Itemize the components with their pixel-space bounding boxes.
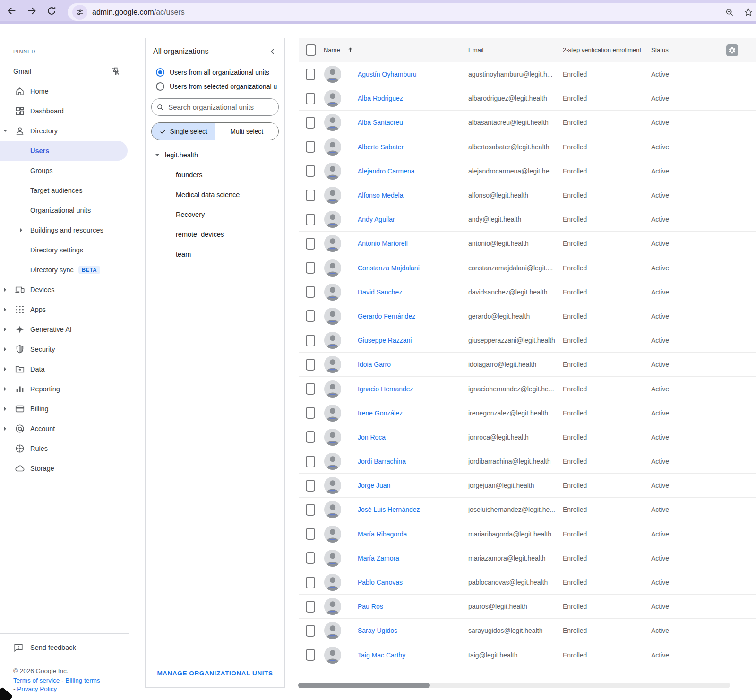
column-header-enrollment[interactable]: 2-step verification enrollment <box>563 46 651 53</box>
sidebar-item-account[interactable]: Account <box>0 419 129 439</box>
row-checkbox[interactable] <box>306 141 315 153</box>
user-name-link[interactable]: Pablo Canovas <box>355 579 403 586</box>
sidebar-item-dashboard[interactable]: Dashboard <box>0 101 129 121</box>
user-name-link[interactable]: Jorge Juan <box>355 482 390 489</box>
row-checkbox[interactable] <box>306 335 315 346</box>
sidebar-item-organizational-units[interactable]: Organizational units <box>0 200 129 220</box>
user-name-link[interactable]: Alba Santacreu <box>355 119 403 126</box>
url-bar[interactable]: admin.google.com/ac/users <box>68 3 756 21</box>
table-settings-button[interactable] <box>726 44 738 56</box>
user-name-link[interactable]: José Luis Hernández <box>355 506 420 513</box>
sidebar-item-home[interactable]: Home <box>0 81 129 101</box>
manage-org-units-button[interactable]: MANAGE ORGANIZATIONAL UNITS <box>157 670 273 677</box>
sidebar-item-gmail[interactable]: Gmail <box>0 61 129 81</box>
row-checkbox[interactable] <box>306 238 315 250</box>
column-header-email[interactable]: Email <box>468 46 563 53</box>
forward-button[interactable] <box>24 3 40 19</box>
row-checkbox[interactable] <box>306 310 315 322</box>
sidebar-item-buildings-and-resources[interactable]: Buildings and resources <box>0 220 129 240</box>
row-checkbox[interactable] <box>306 649 315 661</box>
bookmark-star-icon[interactable] <box>744 8 753 17</box>
sidebar-item-storage[interactable]: Storage <box>0 458 129 478</box>
row-checkbox[interactable] <box>306 383 315 395</box>
user-name-link[interactable]: María Zamora <box>355 554 399 562</box>
column-header-status[interactable]: Status <box>651 46 756 53</box>
radio-all-org-units[interactable]: Users from all organizational units <box>146 65 284 79</box>
row-checkbox[interactable] <box>306 528 315 540</box>
row-checkbox[interactable] <box>306 214 315 225</box>
org-search-box[interactable] <box>151 98 279 116</box>
org-tree-root[interactable]: legit.health <box>146 145 284 165</box>
zoom-level-icon[interactable] <box>725 8 734 17</box>
send-feedback-button[interactable]: Send feedback <box>13 642 129 653</box>
row-checkbox[interactable] <box>306 552 315 564</box>
org-tree-item[interactable]: Recovery <box>146 205 284 225</box>
billing-terms-link[interactable]: Billing terms <box>65 677 100 684</box>
user-name-link[interactable]: Pau Ros <box>355 603 383 610</box>
row-checkbox[interactable] <box>306 504 315 516</box>
single-select-segment[interactable]: Single select <box>151 122 215 140</box>
sidebar-item-data[interactable]: Data <box>0 359 129 379</box>
sidebar-item-generative-ai[interactable]: Generative AI <box>0 320 129 339</box>
org-tree-item[interactable]: Medical data science <box>146 185 284 205</box>
user-name-link[interactable]: Saray Ugidos <box>355 627 397 634</box>
user-name-link[interactable]: Giuseppe Razzani <box>355 337 412 344</box>
row-checkbox[interactable] <box>306 93 315 104</box>
user-name-link[interactable]: Agustín Oyhamburu <box>355 70 417 78</box>
sidebar-item-users[interactable]: Users <box>0 141 128 161</box>
sidebar-item-directory[interactable]: Directory <box>0 121 129 141</box>
user-name-link[interactable]: Antonio Martorell <box>355 240 408 247</box>
user-name-link[interactable]: Irene González <box>355 409 403 417</box>
collapse-panel-icon[interactable] <box>269 48 276 55</box>
org-tree-item[interactable]: team <box>146 244 284 264</box>
row-checkbox[interactable] <box>306 117 315 129</box>
row-checkbox[interactable] <box>306 407 315 419</box>
org-tree-item[interactable]: founders <box>146 165 284 185</box>
row-checkbox[interactable] <box>306 601 315 613</box>
user-name-link[interactable]: María Ribagorda <box>355 530 407 538</box>
row-checkbox[interactable] <box>306 359 315 371</box>
radio-selected-org-units[interactable]: Users from selected organizational u <box>146 79 284 94</box>
user-name-link[interactable]: Jon Roca <box>355 433 386 441</box>
user-name-link[interactable]: Idoia Garro <box>355 361 391 368</box>
user-name-link[interactable]: Alba Rodriguez <box>355 95 403 102</box>
user-name-link[interactable]: Jordi Barrachina <box>355 458 406 465</box>
sidebar-item-billing[interactable]: Billing <box>0 399 129 419</box>
row-checkbox[interactable] <box>306 625 315 637</box>
sidebar-item-apps[interactable]: Apps <box>0 300 129 320</box>
user-name-link[interactable]: Ignacio Hernandez <box>355 385 413 393</box>
row-checkbox[interactable] <box>306 165 315 177</box>
terms-of-service-link[interactable]: Terms of service <box>13 677 60 684</box>
user-name-link[interactable]: Taig Mac Carthy <box>355 651 405 659</box>
user-name-link[interactable]: David Sanchez <box>355 288 402 296</box>
horizontal-scrollbar-thumb[interactable] <box>298 683 430 688</box>
row-checkbox[interactable] <box>306 190 315 201</box>
user-name-link[interactable]: Alejandro Carmena <box>355 167 415 175</box>
org-tree-item[interactable]: remote_devices <box>146 225 284 244</box>
user-name-link[interactable]: Alberto Sabater <box>355 143 404 151</box>
sidebar-item-reporting[interactable]: Reporting <box>0 379 129 399</box>
row-checkbox[interactable] <box>306 286 315 298</box>
row-checkbox[interactable] <box>306 262 315 274</box>
select-all-checkbox[interactable] <box>306 44 316 56</box>
row-checkbox[interactable] <box>306 480 315 492</box>
column-header-name[interactable]: Name <box>324 46 468 53</box>
user-name-link[interactable]: Constanza Majdalani <box>355 264 420 272</box>
unpin-icon[interactable] <box>111 66 121 77</box>
row-checkbox[interactable] <box>306 577 315 588</box>
sidebar-item-devices[interactable]: Devices <box>0 280 129 300</box>
row-checkbox[interactable] <box>306 456 315 467</box>
sidebar-item-directory-sync[interactable]: Directory sync BETA <box>0 260 129 280</box>
sidebar-item-security[interactable]: Security <box>0 339 129 359</box>
user-name-link[interactable]: Andy Aguilar <box>355 216 395 223</box>
multi-select-segment[interactable]: Multi select <box>215 122 279 140</box>
sidebar-item-directory-settings[interactable]: Directory settings <box>0 240 129 260</box>
org-search-input[interactable] <box>168 103 274 111</box>
row-checkbox[interactable] <box>306 431 315 443</box>
back-button[interactable] <box>4 3 20 19</box>
reload-button[interactable] <box>43 3 60 19</box>
site-settings-button[interactable] <box>72 5 87 20</box>
sidebar-item-target-audiences[interactable]: Target audiences <box>0 181 129 200</box>
sidebar-item-rules[interactable]: Rules <box>0 439 129 458</box>
sidebar-item-groups[interactable]: Groups <box>0 161 129 181</box>
